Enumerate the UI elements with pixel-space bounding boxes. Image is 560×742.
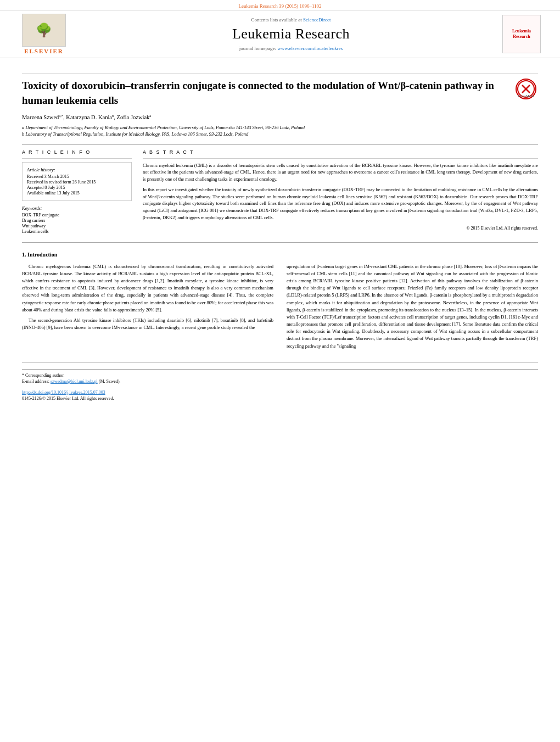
- doi-link[interactable]: http://dx.doi.org/10.1016/j.leukres.2015…: [22, 390, 105, 395]
- journal-reference: Leukemia Research 39 (2015) 1096–1102: [238, 3, 321, 9]
- intro-left-col: Chronic myelogenous leukemia (CML) is ch…: [22, 263, 273, 353]
- sup-star: *: [61, 113, 63, 117]
- author-katarzyna: Katarzyna D. Kaniab,: [66, 114, 115, 120]
- keyword-4: Leukemia cells: [22, 229, 132, 234]
- abstract-para1: Chronic myeloid leukemia (CML) is a diso…: [143, 162, 538, 183]
- section-1-title: 1. Introduction: [22, 252, 538, 258]
- corresponding-author-label: * Corresponding author.: [22, 373, 65, 378]
- email-suffix: (M. Szwed).: [99, 379, 121, 384]
- elsevier-logo-area: 🌳 ELSEVIER: [16, 14, 71, 54]
- elsevier-brand: ELSEVIER: [24, 48, 64, 54]
- accepted-date: Accepted 8 July 2015: [27, 185, 127, 190]
- intro-left-para2: The second-generation Abl tyrosine kinas…: [22, 317, 273, 331]
- journal-header: 🌳 ELSEVIER Contents lists available at S…: [0, 10, 560, 58]
- received-date: Received 3 March 2015: [27, 174, 127, 179]
- intro-two-col: Chronic myelogenous leukemia (CML) is ch…: [22, 263, 538, 353]
- abstract-para2: In this report we investigated whether t…: [143, 186, 538, 221]
- revised-date: Received in revised form 26 June 2015: [27, 180, 127, 185]
- title-area: Toxicity of doxorubicin–transferrin conj…: [22, 79, 538, 108]
- top-rule: [22, 74, 538, 74]
- sup-a2: a: [149, 113, 151, 117]
- email-label: E-mail address:: [22, 379, 49, 384]
- email-line: E-mail address: szwedma@biol.uni.lodz.pl…: [22, 379, 538, 384]
- available-date: Available online 13 July 2015: [27, 191, 127, 196]
- rule-under-abstract-heading: [143, 158, 538, 159]
- crossmark-area: CrossMark: [513, 79, 538, 99]
- article-history-box: Article history: Received 3 March 2015 R…: [22, 162, 132, 201]
- abstract-col: A B S T R A C T Chronic myeloid leukemia…: [143, 149, 538, 235]
- intro-right-col: upregulation of β-catenin target genes i…: [287, 263, 538, 353]
- sup-b1: b: [112, 113, 114, 117]
- keywords-box: Keywords: DOX-TRF conjugate Drug carrier…: [22, 205, 132, 234]
- author-zofia: Zofia Jozwiaka: [117, 114, 152, 120]
- footnote-area: * Corresponding author. E-mail address: …: [22, 369, 538, 401]
- email-link[interactable]: szwedma@biol.uni.lodz.pl: [51, 379, 98, 384]
- article-title: Toxicity of doxorubicin–transferrin conj…: [22, 79, 505, 108]
- page-container: Leukemia Research 39 (2015) 1096–1102 🌳 …: [0, 0, 560, 742]
- keyword-1: DOX-TRF conjugate: [22, 213, 132, 217]
- crossmark-svg: CrossMark: [517, 80, 535, 98]
- issn-line: 0145-2126/© 2015 Elsevier Ltd. All right…: [22, 396, 538, 401]
- abstract-text: Chronic myeloid leukemia (CML) is a diso…: [143, 162, 538, 221]
- body-start-rule: [22, 242, 538, 243]
- section-introduction: 1. Introduction Chronic myelogenous leuk…: [22, 252, 538, 353]
- affiliations: a Department of Thermobiology, Faculty o…: [22, 125, 538, 137]
- intro-right-para1: upregulation of β-catenin target genes i…: [287, 263, 538, 350]
- shown-text: shown: [74, 325, 86, 330]
- sciencedirect-link[interactable]: ScienceDirect: [303, 17, 331, 23]
- article-info-heading: A R T I C L E I N F O: [22, 149, 132, 155]
- journal-homepage: journal homepage: www.elsevier.com/locat…: [82, 46, 500, 51]
- history-title: Article history:: [27, 167, 127, 172]
- affiliation-b: b Laboratory of Transcriptional Regulati…: [22, 131, 538, 137]
- info-abstract-columns: A R T I C L E I N F O Article history: R…: [22, 149, 538, 235]
- journal-center: Contents lists available at ScienceDirec…: [82, 17, 500, 51]
- keyword-2: Drug carriers: [22, 218, 132, 223]
- authors-line: Marzena Szweda,*, Katarzyna D. Kaniab, Z…: [22, 113, 538, 120]
- intro-left-para1: Chronic myelogenous leukemia (CML) is ch…: [22, 263, 273, 314]
- article-info-col: A R T I C L E I N F O Article history: R…: [22, 149, 132, 235]
- abstract-heading: A B S T R A C T: [143, 149, 538, 155]
- leukemia-logo-box: LeukemiaResearch: [502, 15, 541, 53]
- keyword-3: Wnt pathway: [22, 224, 132, 228]
- journal-title: Leukemia Research: [82, 26, 500, 42]
- footer-rule: [22, 362, 538, 362]
- sciencedirect-line: Contents lists available at ScienceDirec…: [82, 17, 500, 23]
- leukemia-logo-area: LeukemiaResearch: [500, 15, 544, 53]
- copyright-line: © 2015 Elsevier Ltd. All rights reserved…: [143, 226, 538, 231]
- article-content: Toxicity of doxorubicin–transferrin conj…: [0, 58, 560, 413]
- leukemia-logo-text: LeukemiaResearch: [512, 29, 531, 40]
- corresponding-author-note: * Corresponding author.: [22, 373, 538, 378]
- affiliation-a: a Department of Thermobiology, Faculty o…: [22, 125, 538, 130]
- contents-text: Contents lists available at: [251, 17, 302, 23]
- journal-reference-bar: Leukemia Research 39 (2015) 1096–1102: [0, 0, 560, 10]
- author-marzena: Marzena Szweda,*,: [22, 114, 65, 120]
- elsevier-tree-icon: 🌳: [22, 14, 66, 47]
- rule-under-info-heading: [22, 158, 132, 159]
- homepage-link[interactable]: www.elsevier.com/locate/leukres: [277, 46, 343, 51]
- svg-text:CrossMark: CrossMark: [518, 94, 534, 98]
- mid-rule: [22, 144, 538, 145]
- doi-line: http://dx.doi.org/10.1016/j.leukres.2015…: [22, 390, 538, 395]
- crossmark-icon: CrossMark: [516, 79, 536, 99]
- homepage-label: journal homepage:: [239, 46, 277, 51]
- keywords-title: Keywords:: [22, 205, 132, 211]
